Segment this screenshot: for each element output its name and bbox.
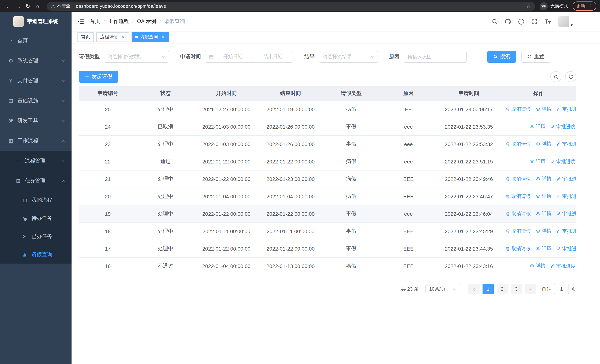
font-size-icon[interactable] [544, 19, 551, 24]
my-process-icon: ◻ [21, 197, 28, 203]
sidebar-item-system-management[interactable]: ⚙系统管理 [0, 51, 72, 71]
page-size-select[interactable]: 10条/页 [425, 284, 460, 294]
action-progress-button[interactable]: 审批进度 [550, 263, 576, 270]
page-button-2[interactable]: 2 [497, 284, 508, 294]
reload-icon[interactable]: ↻ [23, 1, 33, 11]
close-icon[interactable]: × [120, 34, 125, 40]
action-progress-button[interactable]: 审批进度 [556, 106, 576, 113]
forward-icon[interactable]: → [13, 1, 23, 11]
leave-type-select[interactable]: 请选择请假类型 [104, 51, 169, 63]
action-cancel-button[interactable]: 取消请假 [506, 176, 531, 182]
reason-input-wrap [403, 51, 467, 63]
sidebar-item-process-management[interactable]: ≡流程管理 [0, 151, 72, 171]
apply-time-range-picker[interactable]: 开始日期 - 结束日期 [205, 51, 293, 63]
search-icon[interactable] [492, 19, 498, 24]
action-cancel-button[interactable]: 取消请假 [506, 245, 531, 252]
view-icon [535, 194, 540, 199]
cell-end-time: 2022-01-26 00:00:00 [259, 118, 323, 135]
help-icon[interactable]: ? [518, 18, 525, 25]
toggle-search-button[interactable] [550, 71, 562, 82]
refresh-table-button[interactable] [565, 71, 576, 82]
action-progress-button[interactable]: 审批进度 [556, 228, 576, 235]
sidebar-item-payment-management[interactable]: ¥支付管理 [0, 71, 72, 91]
action-cancel-button[interactable]: 取消请假 [506, 228, 531, 235]
browser-menu-icon[interactable]: ⋮ [588, 3, 593, 9]
app-logo[interactable]: 芋道管理系统 [0, 12, 72, 31]
sidebar-item-my-process[interactable]: ◻我的流程 [0, 191, 72, 209]
user-avatar[interactable]: ▾ [558, 16, 572, 27]
tab-process-detail[interactable]: 流程详情× [96, 32, 129, 42]
cell-end-time: 2022-01-22 00:00:00 [259, 153, 323, 170]
action-detail-button[interactable]: 详情 [535, 228, 552, 234]
address-bar[interactable]: ⚠ 不安全 dashboard.yudao.iocoder.cn/bpm/oa/… [47, 2, 535, 10]
action-detail-button[interactable]: 详情 [535, 193, 552, 200]
action-progress-button[interactable]: 审批进度 [556, 245, 576, 252]
sidebar-item-infrastructure[interactable]: ▤基础设施 [0, 91, 72, 111]
reset-button[interactable]: 重置 [521, 51, 550, 63]
home-icon[interactable]: ⌂ [33, 1, 42, 11]
goto-page-input[interactable] [554, 284, 569, 294]
create-leave-button[interactable]: 发起请假 [79, 71, 118, 83]
hamburger-icon[interactable] [77, 19, 84, 24]
pagination: 共 23 条 10条/页 ‹ 123 › 前往 页 [79, 284, 576, 294]
page-button-1[interactable]: 1 [483, 284, 494, 294]
search-button[interactable]: 搜索 [487, 51, 516, 63]
security-warning[interactable]: ⚠ 不安全 [51, 3, 70, 9]
action-cancel-button[interactable]: 取消请假 [506, 193, 531, 200]
tab-leave-query[interactable]: 请假查询× [131, 32, 169, 42]
action-progress-button[interactable]: 审批进度 [556, 176, 576, 182]
end-date-input[interactable]: 结束日期 [257, 53, 289, 60]
action-progress-button[interactable]: 审批进度 [550, 158, 576, 165]
action-detail-button[interactable]: 详情 [530, 123, 545, 130]
cell-apply-time: 2022-01-22 23:44:35 [437, 240, 501, 257]
sidebar-item-task-management[interactable]: ⊞任务管理 [0, 171, 72, 191]
fullscreen-icon[interactable] [531, 19, 537, 24]
action-progress-button[interactable]: 审批进度 [556, 211, 576, 217]
github-icon[interactable] [505, 18, 511, 25]
sidebar-item-done-tasks[interactable]: ✂已办任务 [0, 227, 72, 245]
sidebar-item-todo-tasks[interactable]: ◉待办任务 [0, 209, 72, 227]
action-detail-button[interactable]: 详情 [530, 263, 545, 269]
action-detail-button[interactable]: 详情 [535, 106, 552, 112]
column-header: 操作 [501, 86, 576, 101]
cell-apply-time: 2022-01-22 23:46:47 [437, 187, 501, 205]
cell-apply-time: 2022-01-22 23:46:04 [437, 205, 501, 222]
action-detail-button[interactable]: 详情 [535, 210, 552, 217]
action-detail-button[interactable]: 详情 [535, 176, 552, 182]
main-layout: 芋道管理系统 ◔首页⚙系统管理¥支付管理▤基础设施⚒研发工具▦工作流程≡流程管理… [0, 12, 600, 364]
close-icon[interactable]: × [160, 34, 165, 40]
next-page-button[interactable]: › [525, 284, 536, 294]
table-row: 16不通过2022-01-04 00:00:002022-01-13 00:00… [79, 257, 576, 275]
breadcrumb-item[interactable]: OA 示例 [137, 18, 156, 25]
action-progress-button[interactable]: 审批进度 [556, 193, 576, 200]
tab-home[interactable]: 首页 [77, 32, 94, 42]
prev-page-button[interactable]: ‹ [469, 284, 479, 294]
action-cancel-button[interactable]: 取消请假 [506, 141, 531, 148]
action-cancel-button[interactable]: 取消请假 [506, 106, 531, 113]
browser-update-button[interactable]: 更新 ⋮ [572, 1, 596, 11]
action-label: 审批进度 [562, 141, 576, 148]
back-icon[interactable]: ← [4, 1, 13, 11]
start-date-input[interactable]: 开始日期 [217, 53, 249, 60]
action-detail-button[interactable]: 详情 [535, 141, 552, 147]
page-button-3[interactable]: 3 [511, 284, 522, 294]
cell-actions: 取消请假详情审批进度 [501, 205, 576, 222]
action-detail-button[interactable]: 详情 [530, 158, 545, 165]
sidebar-item-leave-query[interactable]: ♟请假查询 [0, 245, 72, 263]
reason-input[interactable] [408, 54, 462, 59]
action-cancel-button[interactable]: 取消请假 [506, 211, 531, 217]
system-icon: ⚙ [7, 58, 14, 63]
action-progress-button[interactable]: 审批进度 [550, 123, 576, 130]
action-detail-button[interactable]: 详情 [535, 245, 552, 252]
result-select[interactable]: 请选择流结果 [319, 51, 378, 63]
cell-apply-id: 16 [79, 257, 137, 275]
bookmark-star-icon[interactable]: ☆ [526, 3, 531, 9]
sidebar-item-workflow[interactable]: ▦工作流程 [0, 131, 72, 151]
breadcrumb-item[interactable]: 工作流程 [108, 18, 129, 25]
cell-reason: EEE [380, 170, 437, 187]
sidebar-item-home[interactable]: ◔首页 [0, 31, 72, 51]
sidebar-item-devtools[interactable]: ⚒研发工具 [0, 111, 72, 131]
chevron-down-icon [62, 158, 66, 162]
action-progress-button[interactable]: 审批进度 [556, 141, 576, 148]
breadcrumb-item[interactable]: 首页 [90, 18, 100, 25]
